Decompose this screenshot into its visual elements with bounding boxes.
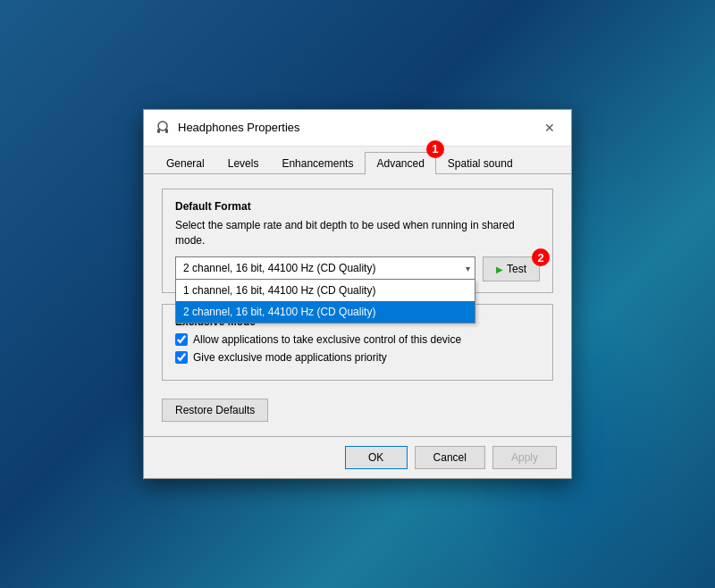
dialog-title: Headphones Properties: [178, 121, 539, 134]
headphones-properties-dialog: Headphones Properties ✕ General Levels E…: [143, 109, 572, 480]
apply-button[interactable]: Apply: [492, 446, 557, 469]
tab-bar: General Levels Enhancements Advanced 1 S…: [144, 147, 571, 174]
format-dropdown-wrapper: 2 channel, 16 bit, 44100 Hz (CD Quality)…: [175, 256, 475, 280]
default-format-description: Select the sample rate and bit depth to …: [175, 218, 540, 248]
exclusive-priority-checkbox[interactable]: [175, 351, 188, 364]
tab-enhancements[interactable]: Enhancements: [270, 152, 365, 174]
format-dropdown-popup: 1 channel, 16 bit, 44100 Hz (CD Quality)…: [175, 280, 475, 323]
tab-levels[interactable]: Levels: [216, 152, 271, 174]
format-option-2ch[interactable]: 2 channel, 16 bit, 44100 Hz (CD Quality): [176, 301, 475, 323]
exclusive-priority-row: Give exclusive mode applications priorit…: [175, 351, 540, 364]
default-format-section: Default Format Select the sample rate an…: [162, 189, 553, 294]
test-button[interactable]: ▶ Test 2: [483, 256, 540, 281]
tab-spatial[interactable]: Spatial sound: [436, 152, 525, 174]
svg-rect-2: [165, 129, 168, 133]
format-row: 2 channel, 16 bit, 44100 Hz (CD Quality)…: [175, 256, 540, 281]
default-format-title: Default Format: [175, 200, 540, 213]
annotation-2: 2: [532, 248, 550, 266]
dialog-footer: OK Cancel Apply: [144, 436, 571, 478]
exclusive-control-label: Allow applications to take exclusive con…: [193, 333, 461, 346]
exclusive-control-row: Allow applications to take exclusive con…: [175, 333, 540, 346]
exclusive-priority-label: Give exclusive mode applications priorit…: [193, 351, 387, 364]
svg-rect-1: [157, 129, 160, 133]
format-option-1ch[interactable]: 1 channel, 16 bit, 44100 Hz (CD Quality): [176, 280, 475, 301]
headphones-icon: [155, 120, 171, 136]
play-icon: ▶: [496, 265, 503, 274]
tab-advanced[interactable]: Advanced 1: [365, 152, 435, 174]
close-button[interactable]: ✕: [539, 117, 560, 139]
restore-defaults-button[interactable]: Restore Defaults: [162, 399, 268, 422]
title-bar: Headphones Properties ✕: [144, 110, 571, 147]
dialog-body: Default Format Select the sample rate an…: [144, 174, 571, 437]
exclusive-control-checkbox[interactable]: [175, 333, 188, 346]
format-dropdown[interactable]: 2 channel, 16 bit, 44100 Hz (CD Quality): [175, 256, 475, 280]
cancel-button[interactable]: Cancel: [415, 446, 485, 469]
ok-button[interactable]: OK: [345, 446, 408, 469]
tab-general[interactable]: General: [155, 152, 216, 174]
